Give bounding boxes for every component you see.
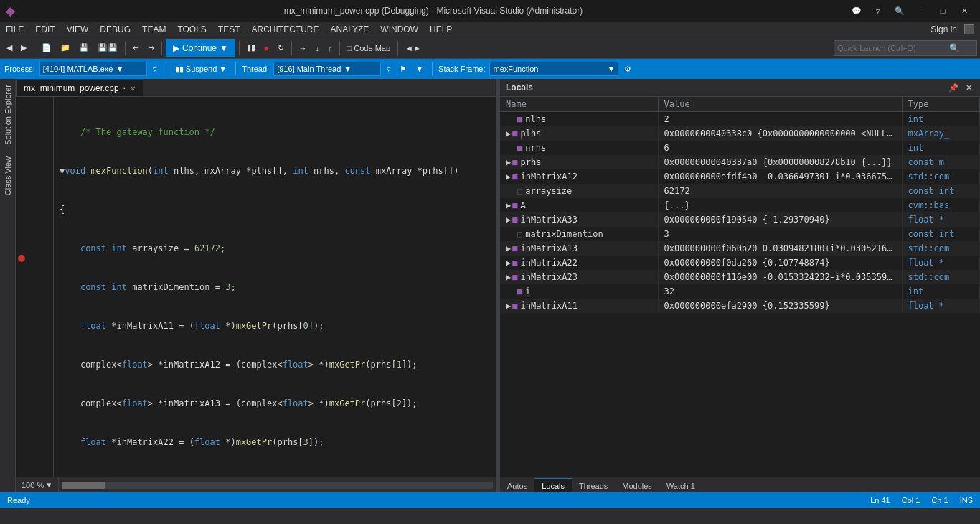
undo-btn[interactable]: ↩: [129, 39, 143, 57]
expand-arrow[interactable]: ▶: [506, 272, 511, 282]
expand-arrow[interactable]: ▶: [506, 215, 511, 225]
sidebar-class-view[interactable]: Class View: [1, 151, 14, 201]
zoom-section: 100 % ▼: [16, 477, 59, 492]
expand-arrow[interactable]: ▶: [506, 301, 511, 311]
back-btn[interactable]: ◀: [3, 39, 16, 57]
status-ch: Ch 1: [931, 496, 948, 505]
menu-bar: FILE EDIT VIEW DEBUG TEAM TOOLS TEST ARC…: [0, 22, 980, 37]
expand-arrow[interactable]: ▶: [506, 172, 511, 182]
suspend-btn[interactable]: ▮▮ Suspend ▼: [172, 65, 230, 74]
sidebar-solution-explorer[interactable]: Solution Explorer: [1, 79, 14, 151]
menu-view[interactable]: VIEW: [61, 22, 95, 37]
locals-close-btn[interactable]: ✕: [963, 83, 974, 93]
tab-locals[interactable]: Locals: [534, 478, 572, 492]
editor-tab-main[interactable]: mx_minimum_power.cpp • ✕: [16, 80, 143, 96]
thread-combo[interactable]: [916] Main Thread ▼: [273, 62, 381, 76]
locals-pin-btn[interactable]: 📌: [946, 83, 961, 93]
tab-threads[interactable]: Threads: [572, 478, 615, 492]
redo-btn[interactable]: ↪: [144, 39, 158, 57]
expand-arrow[interactable]: ▶: [506, 157, 511, 167]
menu-test[interactable]: TEST: [212, 22, 246, 37]
flag-btn[interactable]: ⚑: [397, 65, 410, 74]
search-icon[interactable]: 🔍: [949, 43, 960, 53]
bp-9: [16, 200, 29, 213]
forward-btn[interactable]: ▶: [17, 39, 30, 57]
sign-in-button[interactable]: Sign in: [923, 23, 964, 36]
more-btns[interactable]: ◄►: [402, 39, 425, 57]
restart-btn[interactable]: ↻: [274, 39, 288, 57]
bp-13: [16, 252, 29, 265]
line-num-1: [29, 100, 47, 113]
menu-team[interactable]: TEAM: [136, 22, 171, 37]
account-icon[interactable]: [964, 24, 974, 34]
var-name-cell: ■i: [500, 284, 658, 299]
line-num-5: [29, 151, 47, 164]
var-type-cell: float *: [902, 299, 980, 313]
scroll-thumb[interactable]: [62, 482, 105, 489]
menu-analyze[interactable]: ANALYZE: [325, 22, 375, 37]
step-out-btn[interactable]: ↑: [324, 39, 336, 57]
code-map-btn[interactable]: □ Code Map: [344, 39, 394, 57]
table-row: ▶■plhs0x0000000040338c0 {0x0000000000000…: [500, 126, 980, 141]
menu-file[interactable]: FILE: [0, 22, 29, 37]
col-name: Name: [500, 97, 658, 112]
tab-close-btn[interactable]: ✕: [130, 85, 136, 93]
locals-table[interactable]: Name Value Type ■nlhs2int▶■plhs0x0000000…: [500, 97, 980, 477]
title-bar: ◆ mx_minimum_power.cpp (Debugging) - Mic…: [0, 0, 980, 22]
thread-filter-btn[interactable]: ▿: [384, 65, 394, 74]
expand-arrow[interactable]: ▶: [506, 128, 511, 139]
stack-settings-btn[interactable]: ⚙: [621, 65, 634, 74]
horizontal-scrollbar[interactable]: [62, 482, 493, 489]
stack-frame-combo[interactable]: mexFunction ▼: [489, 62, 618, 76]
line-num-29: [29, 462, 47, 474]
filter-btn[interactable]: ▿: [150, 65, 160, 74]
var-name-text: inMatrixA12: [520, 172, 577, 182]
maximize-button[interactable]: □: [933, 4, 953, 18]
zoom-level: 100 %: [22, 481, 44, 490]
search-input[interactable]: [834, 44, 949, 52]
menu-tools[interactable]: TOOLS: [171, 22, 212, 37]
table-row: ▶■inMatrixA130x000000000f060b20 0.030948…: [500, 241, 980, 256]
menu-window[interactable]: WINDOW: [374, 22, 424, 37]
process-combo[interactable]: [4104] MATLAB.exe ▼: [39, 62, 147, 76]
var-name-text: plhs: [520, 128, 541, 139]
line-num-20: [29, 345, 47, 358]
minimize-button[interactable]: −: [911, 4, 931, 18]
menu-edit[interactable]: EDIT: [29, 22, 60, 37]
code-line-6: float *inMatrixA11 = (float *)mxGetPr(pr…: [60, 319, 490, 332]
line-num-17: [29, 307, 47, 319]
continue-button[interactable]: ▶ Continue ▼: [166, 39, 235, 57]
new-btn[interactable]: 📄: [38, 39, 55, 57]
flag-down-btn[interactable]: ▼: [413, 65, 426, 73]
expand-arrow[interactable]: ▶: [506, 243, 511, 253]
search-box[interactable]: 🔍: [834, 40, 977, 56]
menu-architecture[interactable]: ARCHITECTURE: [246, 22, 325, 37]
save-all-btn[interactable]: 💾💾: [94, 39, 121, 57]
code-content[interactable]: /* The gateway function */ ▼void mexFunc…: [54, 97, 496, 477]
tb-sep4: [239, 41, 240, 55]
tab-autos[interactable]: Autos: [500, 478, 534, 492]
zoom-dropdown-btn[interactable]: ▼: [45, 481, 52, 489]
close-button[interactable]: ✕: [954, 4, 974, 18]
expand-arrow[interactable]: ▶: [506, 258, 511, 268]
stop-btn[interactable]: ■: [260, 39, 273, 57]
code-line-4: const int arraysize = 62172;: [60, 242, 490, 255]
search-icon[interactable]: 🔍: [890, 4, 910, 18]
filter-icon[interactable]: ▿: [868, 4, 888, 18]
tab-modules[interactable]: Modules: [615, 478, 659, 492]
line-num-6: [29, 164, 47, 177]
expand-arrow[interactable]: ▶: [506, 200, 511, 210]
step-over-btn[interactable]: →: [296, 39, 311, 57]
open-btn[interactable]: 📁: [57, 39, 74, 57]
step-into-btn[interactable]: ↓: [312, 39, 324, 57]
menu-debug[interactable]: DEBUG: [94, 22, 136, 37]
pause-btn[interactable]: ▮▮: [243, 39, 259, 57]
bp-12: [16, 239, 29, 252]
var-name-cell: □matrixDimention: [500, 227, 658, 241]
menu-help[interactable]: HELP: [424, 22, 458, 37]
chat-icon[interactable]: 💬: [847, 4, 867, 18]
tab-watch1[interactable]: Watch 1: [659, 478, 702, 492]
code-line-5: const int matrixDimention = 3;: [60, 281, 490, 294]
save-btn[interactable]: 💾: [75, 39, 93, 57]
tab-bar: mx_minimum_power.cpp • ✕: [16, 79, 496, 97]
